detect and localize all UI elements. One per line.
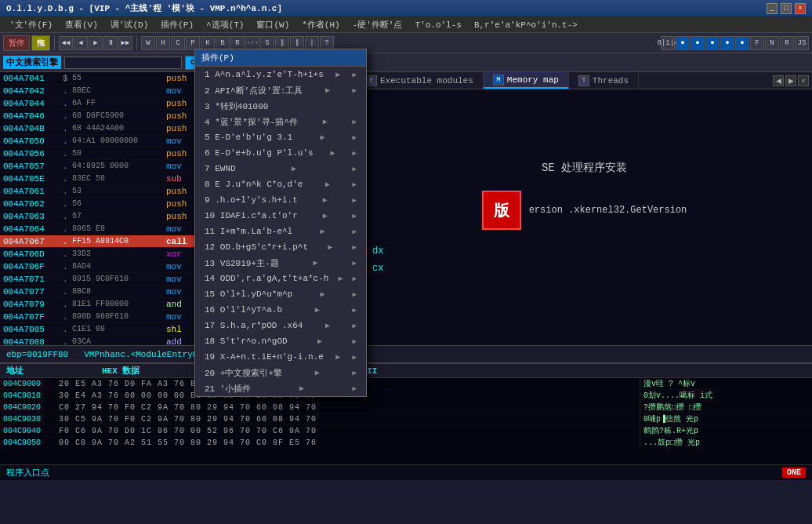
hex-row[interactable]: 004C9040 F0 C6 9A 70 D0 1C 96 70 00 52 9… bbox=[0, 425, 812, 437]
plugin-item-19[interactable]: 19 X-A+n.t.iE+n'g-i.n.e ▶ bbox=[195, 349, 366, 365]
menu-view[interactable]: 查看(V) bbox=[59, 17, 104, 32]
hex-row[interactable]: 004C9010 30 E4 A3 76 00 00 00 00 E0 E0 9… bbox=[0, 390, 812, 402]
pause-button[interactable]: ⏸ bbox=[103, 36, 118, 50]
arrow-icon: ▶ bbox=[320, 227, 324, 236]
plugin-item-17[interactable]: 17 S.h.a,r*pOD .x64 ▶ bbox=[195, 318, 366, 333]
rewind-button[interactable]: ◀◀ bbox=[59, 36, 73, 50]
dropdown-menu: 插件(P) 1 A^n.a^l.y.z'e'T-h+i+s ▶ 2 API^断'… bbox=[194, 49, 367, 397]
btn-r2[interactable]: R bbox=[780, 36, 794, 50]
menu-file[interactable]: '文'件(F) bbox=[3, 17, 59, 32]
tab-memory-map[interactable]: M Memory map bbox=[484, 72, 569, 89]
tab-executable-modules[interactable]: E Executable modules bbox=[357, 72, 484, 89]
threads-icon: T bbox=[578, 75, 589, 86]
btn-h[interactable]: H bbox=[156, 36, 170, 50]
playback-controls: ◀◀ ◀ ▶ ⏸ ▶▶ bbox=[59, 36, 132, 50]
title-bar: O.l.l.y.D.b.g - [VIP - ^主线'程 '模'块 - VMP.… bbox=[0, 0, 812, 17]
hex-row[interactable]: 004C9030 30 C5 9A 70 F0 C2 9A 70 80 29 9… bbox=[0, 413, 812, 425]
menu-author[interactable]: *作者(H) bbox=[295, 17, 346, 32]
arrow-icon: ▶ bbox=[317, 337, 322, 346]
hex-data-panel: 004C9000 20 E5 A3 76 D0 FA A3 76 B0 1C A… bbox=[0, 378, 812, 464]
plugin-item-21[interactable]: 21 '小插件 ▶ bbox=[195, 380, 366, 396]
plugin-item-9[interactable]: 9 .h.o+l'y's.h+i.t ▶ bbox=[195, 192, 366, 208]
btn-question[interactable]: ? bbox=[320, 36, 334, 50]
close-button[interactable]: × bbox=[795, 3, 806, 14]
stop-button[interactable]: 暂停 bbox=[3, 35, 30, 51]
play-button[interactable]: ▶ bbox=[89, 36, 103, 50]
plugin-item-13[interactable]: 13 VS2019+主-题 ▶ bbox=[195, 255, 366, 271]
tab-next-button[interactable]: ▶ bbox=[785, 75, 796, 86]
btn-bars1[interactable]: ∥ bbox=[275, 36, 289, 50]
hex-row[interactable]: 004C9020 C0 27 94 70 F0 C2 9A 70 80 29 9… bbox=[0, 402, 812, 413]
btn-dot3[interactable]: ● bbox=[705, 36, 720, 50]
menu-options[interactable]: ^选项(T) bbox=[200, 17, 250, 32]
plugin-item-11[interactable]: 11 I+m*m.La'b-e^l ▶ bbox=[195, 224, 366, 239]
btn-b[interactable]: B bbox=[216, 36, 230, 50]
dropdown-header: 插件(P) bbox=[195, 49, 366, 67]
menu-window[interactable]: 窗口(W) bbox=[250, 17, 295, 32]
plugin-item-10[interactable]: 10 IDAFi.c*a.t'o'r ▶ bbox=[195, 208, 366, 224]
btn-8a[interactable]: 8|1|A bbox=[661, 36, 675, 50]
search-label: 中文搜索引擎 bbox=[3, 56, 61, 69]
plugin-item-7[interactable]: 7 EWND ▶ bbox=[195, 161, 366, 176]
arrow-icon: ▶ bbox=[292, 164, 296, 173]
col-header-addr: 地址 bbox=[6, 365, 24, 377]
plugin-item-3[interactable]: 3 *转到401000 bbox=[195, 98, 366, 114]
btn-n[interactable]: N bbox=[765, 36, 779, 50]
arrow-icon: ▶ bbox=[323, 195, 328, 205]
tab-close-button[interactable]: × bbox=[798, 75, 809, 86]
plugin-item-5[interactable]: 5 E-D'e'b'u'g 3.1 ▶ bbox=[195, 129, 366, 145]
tab-threads[interactable]: T Threads bbox=[569, 72, 639, 89]
arrow-icon: ▶ bbox=[335, 70, 340, 79]
btn-js[interactable]: JS bbox=[795, 36, 809, 50]
btn-dots[interactable]: ··· bbox=[245, 36, 259, 50]
menu-tools[interactable]: T'o.o'l-s bbox=[408, 19, 467, 31]
bottom-header: 地址 HEX 数据 ASCII bbox=[0, 364, 812, 378]
plugin-item-8[interactable]: 8 E J.u*n^k C*o,d'e ▶ bbox=[195, 176, 366, 192]
hex-row[interactable]: 004C9050 00 C8 9A 70 A2 51 55 70 80 29 9… bbox=[0, 437, 812, 449]
btn-dot4[interactable]: ● bbox=[720, 36, 734, 50]
drag-button[interactable]: 拖 bbox=[31, 35, 50, 51]
tab-memory-label: Memory map bbox=[507, 75, 559, 85]
tab-prev-button[interactable]: ◀ bbox=[773, 75, 784, 86]
separator-1 bbox=[54, 36, 55, 50]
arrow-icon: ▶ bbox=[315, 368, 320, 377]
back-button[interactable]: ◀ bbox=[74, 36, 88, 50]
search-input[interactable] bbox=[64, 56, 182, 69]
btn-bars2[interactable]: ∥ bbox=[290, 36, 304, 50]
plugin-item-4[interactable]: 4 *蓝'景*探'寻-插^件 ▶ bbox=[195, 114, 366, 129]
btn-r[interactable]: R bbox=[230, 36, 245, 50]
arrow-icon: ▶ bbox=[328, 242, 332, 252]
btn-s[interactable]: S bbox=[260, 36, 274, 50]
menu-plugins[interactable]: 插件(P) bbox=[154, 17, 200, 32]
plugin-item-2[interactable]: 2 API^断'点设'置:工具 ▶ bbox=[195, 82, 366, 98]
plugin-item-14[interactable]: 14 ODD',r.a'gA,t't+a*c-h ▶ bbox=[195, 271, 366, 286]
plugin-item-16[interactable]: 16 O'l'l^yT^a.b ▶ bbox=[195, 302, 366, 318]
plugin-item-1[interactable]: 1 A^n.a^l.y.z'e'T-h+i+s ▶ bbox=[195, 67, 366, 82]
plugin-item-15[interactable]: 15 O'l+l.yD^u*m^p ▶ bbox=[195, 286, 366, 302]
memory-content: SE 处理程序安装 版 ersion .xkernel32.GetVersion… bbox=[357, 89, 812, 345]
btn-dot1[interactable]: ● bbox=[676, 36, 690, 50]
plugin-item-6[interactable]: 6 E-D'e+b.u'g P'l.u's ▶ bbox=[195, 145, 366, 161]
plugin-item-20[interactable]: 20 +中文搜索引+擎 ▶ bbox=[195, 365, 366, 380]
se-icon: 版 bbox=[482, 191, 521, 230]
btn-bar3[interactable]: | bbox=[305, 36, 319, 50]
btn-f[interactable]: F bbox=[750, 36, 764, 50]
hex-row[interactable]: 004C9000 20 E5 A3 76 D0 FA A3 76 B0 1C A… bbox=[0, 378, 812, 390]
menu-breakpoints[interactable]: B,r'e'a'kP^o'i'n.t-> bbox=[468, 19, 584, 31]
plugin-item-12[interactable]: 12 OD.b+gS'c*r+i.p^t ▶ bbox=[195, 239, 366, 255]
btn-c[interactable]: C bbox=[171, 36, 185, 50]
minimize-button[interactable]: _ bbox=[767, 3, 778, 14]
plugin-item-18[interactable]: 18 S't'r^o.n^gOD ▶ bbox=[195, 333, 366, 349]
forward-button[interactable]: ▶▶ bbox=[118, 36, 132, 50]
btn-k[interactable]: K bbox=[201, 36, 215, 50]
btn-p[interactable]: P bbox=[186, 36, 200, 50]
btn-dot2[interactable]: ● bbox=[691, 36, 705, 50]
tab-nav: ◀ ▶ × bbox=[773, 75, 812, 86]
maximize-button[interactable]: □ bbox=[781, 3, 792, 14]
right-buttons: 8|1|A ● ● ● ● ● F N R JS bbox=[661, 36, 809, 50]
menu-debug[interactable]: 调'试(D) bbox=[104, 17, 154, 32]
btn-dot5[interactable]: ● bbox=[735, 36, 749, 50]
arrow-icon: ▶ bbox=[314, 258, 318, 267]
btn-w[interactable]: W bbox=[141, 36, 155, 50]
menu-hardware[interactable]: -硬'件断'点 bbox=[346, 17, 409, 32]
